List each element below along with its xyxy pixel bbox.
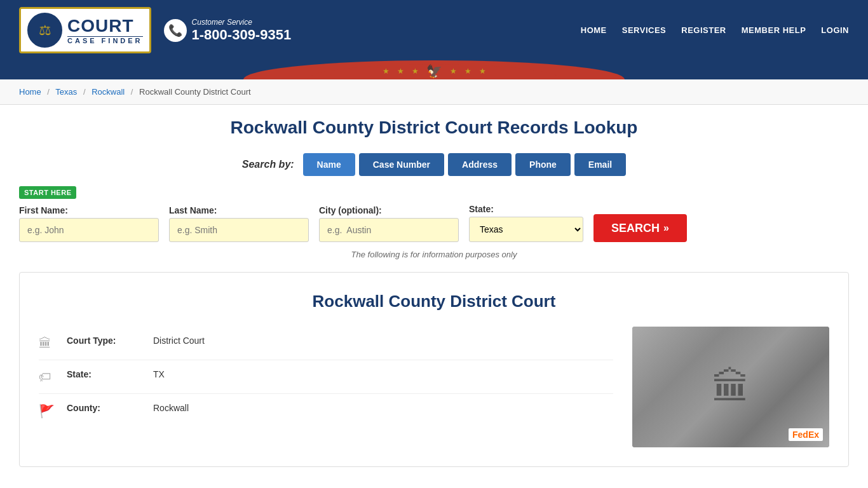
breadcrumb-city[interactable]: Rockwall: [92, 87, 125, 97]
court-info: 🏛 Court Type: District Court 🏷 State: TX…: [39, 327, 613, 447]
tab-case-number[interactable]: Case Number: [359, 153, 444, 176]
first-name-label: First Name:: [19, 205, 159, 215]
court-card-title: Rockwall County District Court: [39, 292, 829, 311]
court-type-row: 🏛 Court Type: District Court: [39, 327, 613, 360]
state-row-value: TX: [153, 369, 165, 379]
breadcrumb: Home / Texas / Rockwall / Rockwall Count…: [0, 79, 868, 105]
breadcrumb-current: Rockwall County District Court: [139, 87, 251, 97]
search-by-row: Search by: Name Case Number Address Phon…: [19, 153, 849, 176]
city-input[interactable]: [319, 218, 459, 242]
logo[interactable]: ⚖ COURT CASE FINDER: [19, 7, 151, 53]
phone-icon: 📞: [164, 19, 187, 42]
phone-number: 1-800-309-9351: [192, 27, 292, 43]
last-name-input[interactable]: [169, 218, 309, 242]
eagle-symbol: 🦅: [426, 64, 442, 79]
county-row-label: County:: [67, 403, 143, 413]
star-left-3: ★: [412, 67, 419, 76]
fedex-label: FedEx: [789, 428, 823, 441]
tab-address[interactable]: Address: [448, 153, 512, 176]
breadcrumb-home[interactable]: Home: [19, 87, 41, 97]
court-type-value: District Court: [153, 336, 205, 346]
state-row-label: State:: [67, 369, 143, 379]
nav-register[interactable]: REGISTER: [681, 25, 726, 35]
tab-email[interactable]: Email: [574, 153, 626, 176]
state-label: State:: [469, 204, 583, 214]
state-row: 🏷 State: TX: [39, 360, 613, 394]
nav-login[interactable]: LOGIN: [821, 25, 849, 35]
court-type-label: Court Type:: [67, 336, 143, 346]
court-image: FedEx: [632, 327, 829, 447]
breadcrumb-state[interactable]: Texas: [55, 87, 77, 97]
search-arrows-icon: »: [663, 222, 669, 234]
logo-seal: ⚖: [27, 13, 62, 48]
search-by-label: Search by:: [242, 159, 294, 170]
tab-phone[interactable]: Phone: [515, 153, 571, 176]
star-right-2: ★: [465, 67, 471, 76]
breadcrumb-sep-1: /: [47, 87, 50, 97]
county-row-value: Rockwall: [153, 403, 189, 413]
last-name-label: Last Name:: [169, 205, 309, 215]
city-group: City (optional):: [319, 205, 459, 242]
court-card-body: 🏛 Court Type: District Court 🏷 State: TX…: [39, 327, 829, 447]
phone-info: Customer Service 1-800-309-9351: [192, 18, 292, 43]
header: ⚖ COURT CASE FINDER 📞 Customer Service 1…: [0, 0, 868, 60]
main-content: Rockwall County District Court Records L…: [0, 105, 868, 480]
county-row: 🚩 County: Rockwall: [39, 394, 613, 428]
state-select[interactable]: Texas: [469, 217, 583, 242]
logo-text: COURT CASE FINDER: [67, 16, 143, 44]
nav-member-help[interactable]: MEMBER HELP: [742, 25, 806, 35]
nav-services[interactable]: SERVICES: [622, 25, 667, 35]
search-button-label: SEARCH: [611, 222, 660, 235]
star-right-3: ★: [479, 67, 486, 76]
search-button[interactable]: SEARCH »: [593, 214, 687, 242]
info-note: The following is for information purpose…: [19, 250, 849, 259]
last-name-group: Last Name:: [169, 205, 309, 242]
state-icon: 🏷: [39, 370, 57, 384]
main-nav: HOME SERVICES REGISTER MEMBER HELP LOGIN: [581, 25, 849, 35]
court-card: Rockwall County District Court 🏛 Court T…: [19, 272, 849, 467]
star-right-1: ★: [450, 67, 457, 76]
star-left-2: ★: [397, 67, 404, 76]
star-left-1: ★: [383, 67, 390, 76]
tab-name[interactable]: Name: [303, 153, 355, 176]
nav-home[interactable]: HOME: [581, 25, 607, 35]
start-here-badge: START HERE: [19, 186, 849, 204]
state-group: State: Texas: [469, 204, 583, 242]
search-form: First Name: Last Name: City (optional): …: [19, 204, 849, 242]
customer-service-label: Customer Service: [192, 18, 292, 27]
header-left: ⚖ COURT CASE FINDER 📞 Customer Service 1…: [19, 7, 291, 53]
breadcrumb-sep-3: /: [131, 87, 133, 97]
first-name-group: First Name:: [19, 205, 159, 242]
eagle-band: ★ ★ ★ 🦅 ★ ★ ★: [0, 60, 868, 79]
court-type-icon: 🏛: [39, 336, 57, 351]
page-title: Rockwall County District Court Records L…: [19, 118, 849, 138]
county-icon: 🚩: [39, 403, 57, 419]
first-name-input[interactable]: [19, 218, 159, 242]
phone-box: 📞 Customer Service 1-800-309-9351: [164, 18, 292, 43]
breadcrumb-sep-2: /: [83, 87, 86, 97]
city-label: City (optional):: [319, 205, 459, 215]
